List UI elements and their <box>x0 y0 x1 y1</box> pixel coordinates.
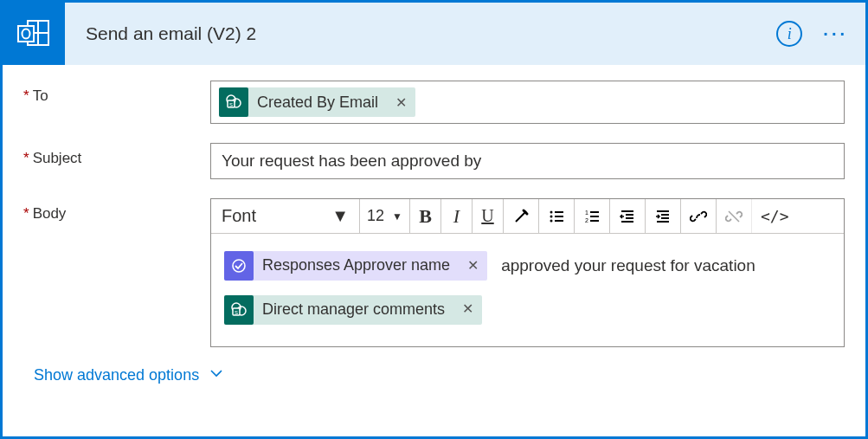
link-button[interactable] <box>681 199 717 233</box>
font-color-button[interactable] <box>504 199 539 233</box>
subject-field[interactable] <box>210 143 845 179</box>
svg-text:S: S <box>229 102 233 107</box>
underline-button[interactable]: U <box>473 199 504 233</box>
show-advanced-options[interactable]: Show advanced options <box>34 366 845 384</box>
body-field: Font ▼ 12 ▼ B I U <box>210 198 845 347</box>
more-options-button[interactable]: ··· <box>823 24 848 44</box>
token-remove-icon[interactable]: ✕ <box>387 94 415 111</box>
font-select[interactable]: Font ▼ <box>211 199 360 233</box>
sharepoint-icon: S <box>219 87 248 117</box>
svg-point-11 <box>550 219 553 222</box>
bullet-list-button[interactable] <box>539 199 575 233</box>
token-remove-icon[interactable]: ✕ <box>459 249 487 282</box>
token-label: Created By Email <box>248 94 387 112</box>
info-icon[interactable]: i <box>776 21 802 47</box>
rich-text-toolbar: Font ▼ 12 ▼ B I U <box>211 199 844 234</box>
code-view-button[interactable]: </> <box>752 199 798 233</box>
row-body: *Body Font ▼ 12 ▼ B I U <box>23 198 845 347</box>
form-area: *To S Created By Email ✕ <box>3 65 865 393</box>
row-to: *To S Created By Email ✕ <box>23 81 845 124</box>
bold-button[interactable]: B <box>410 199 441 233</box>
token-created-by-email[interactable]: S Created By Email ✕ <box>219 87 415 117</box>
token-manager-comments[interactable]: S Direct manager comments ✕ <box>224 295 482 325</box>
send-email-action-card: Send an email (V2) 2 i ··· *To S Created <box>0 0 868 439</box>
svg-text:1: 1 <box>585 210 588 216</box>
numbered-list-button[interactable]: 12 <box>575 199 610 233</box>
body-text: approved your request for vacation <box>501 246 755 286</box>
subject-input[interactable] <box>216 148 839 174</box>
chevron-down-icon <box>209 366 223 384</box>
font-size-select[interactable]: 12 ▼ <box>360 199 410 233</box>
svg-point-9 <box>550 210 553 213</box>
card-header: Send an email (V2) 2 i ··· <box>3 3 865 65</box>
token-label: Responses Approver name <box>254 247 459 284</box>
italic-button[interactable]: I <box>441 199 473 233</box>
token-remove-icon[interactable]: ✕ <box>453 293 482 326</box>
svg-text:2: 2 <box>585 217 588 223</box>
outlook-icon <box>3 3 65 65</box>
svg-text:S: S <box>235 309 238 314</box>
outdent-button[interactable] <box>610 199 646 233</box>
row-subject: *Subject <box>23 143 845 179</box>
unlink-button[interactable] <box>717 199 752 233</box>
svg-point-10 <box>550 215 553 217</box>
token-label: Direct manager comments <box>254 291 453 328</box>
to-field[interactable]: S Created By Email ✕ <box>210 81 845 124</box>
card-title: Send an email (V2) 2 <box>65 23 776 44</box>
body-editor[interactable]: Responses Approver name ✕ approved your … <box>211 234 844 346</box>
label-body: *Body <box>23 198 210 223</box>
approvals-icon <box>224 251 254 281</box>
svg-point-29 <box>233 260 245 272</box>
label-to: *To <box>23 81 210 105</box>
label-subject: *Subject <box>23 143 210 167</box>
token-approver-name[interactable]: Responses Approver name ✕ <box>224 251 487 281</box>
caret-down-icon: ▼ <box>331 206 349 226</box>
sharepoint-icon: S <box>224 295 254 325</box>
indent-button[interactable] <box>646 199 681 233</box>
caret-down-icon: ▼ <box>392 210 402 223</box>
